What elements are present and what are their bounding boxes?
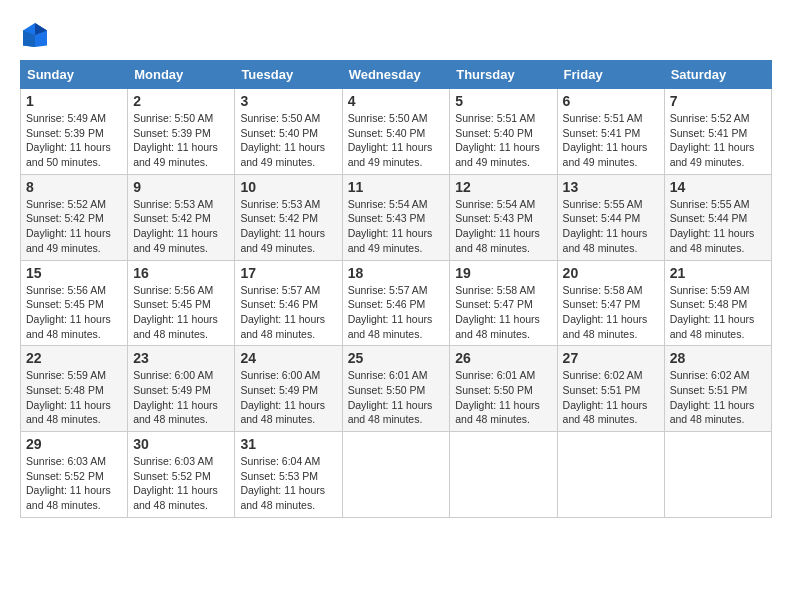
calendar-cell: 5Sunrise: 5:51 AM Sunset: 5:40 PM Daylig… <box>450 89 557 175</box>
day-info: Sunrise: 5:57 AM Sunset: 5:46 PM Dayligh… <box>348 283 445 342</box>
page-header <box>20 20 772 50</box>
calendar-cell: 17Sunrise: 5:57 AM Sunset: 5:46 PM Dayli… <box>235 260 342 346</box>
calendar-cell: 6Sunrise: 5:51 AM Sunset: 5:41 PM Daylig… <box>557 89 664 175</box>
calendar-cell: 29Sunrise: 6:03 AM Sunset: 5:52 PM Dayli… <box>21 432 128 518</box>
day-info: Sunrise: 5:53 AM Sunset: 5:42 PM Dayligh… <box>240 197 336 256</box>
day-info: Sunrise: 5:50 AM Sunset: 5:40 PM Dayligh… <box>348 111 445 170</box>
calendar-cell: 8Sunrise: 5:52 AM Sunset: 5:42 PM Daylig… <box>21 174 128 260</box>
calendar-cell: 31Sunrise: 6:04 AM Sunset: 5:53 PM Dayli… <box>235 432 342 518</box>
day-number: 19 <box>455 265 551 281</box>
day-info: Sunrise: 5:49 AM Sunset: 5:39 PM Dayligh… <box>26 111 122 170</box>
calendar-week-row: 29Sunrise: 6:03 AM Sunset: 5:52 PM Dayli… <box>21 432 772 518</box>
day-info: Sunrise: 6:04 AM Sunset: 5:53 PM Dayligh… <box>240 454 336 513</box>
day-number: 1 <box>26 93 122 109</box>
day-number: 27 <box>563 350 659 366</box>
day-number: 5 <box>455 93 551 109</box>
day-number: 21 <box>670 265 766 281</box>
calendar-cell: 14Sunrise: 5:55 AM Sunset: 5:44 PM Dayli… <box>664 174 771 260</box>
day-number: 9 <box>133 179 229 195</box>
day-info: Sunrise: 6:00 AM Sunset: 5:49 PM Dayligh… <box>133 368 229 427</box>
calendar-table: SundayMondayTuesdayWednesdayThursdayFrid… <box>20 60 772 518</box>
calendar-week-row: 1Sunrise: 5:49 AM Sunset: 5:39 PM Daylig… <box>21 89 772 175</box>
day-info: Sunrise: 6:01 AM Sunset: 5:50 PM Dayligh… <box>348 368 445 427</box>
calendar-week-row: 8Sunrise: 5:52 AM Sunset: 5:42 PM Daylig… <box>21 174 772 260</box>
day-info: Sunrise: 5:57 AM Sunset: 5:46 PM Dayligh… <box>240 283 336 342</box>
calendar-cell: 7Sunrise: 5:52 AM Sunset: 5:41 PM Daylig… <box>664 89 771 175</box>
calendar-cell <box>342 432 450 518</box>
day-info: Sunrise: 6:00 AM Sunset: 5:49 PM Dayligh… <box>240 368 336 427</box>
calendar-cell: 4Sunrise: 5:50 AM Sunset: 5:40 PM Daylig… <box>342 89 450 175</box>
day-info: Sunrise: 6:02 AM Sunset: 5:51 PM Dayligh… <box>670 368 766 427</box>
day-info: Sunrise: 5:56 AM Sunset: 5:45 PM Dayligh… <box>133 283 229 342</box>
logo <box>20 20 54 50</box>
calendar-cell: 19Sunrise: 5:58 AM Sunset: 5:47 PM Dayli… <box>450 260 557 346</box>
day-info: Sunrise: 5:55 AM Sunset: 5:44 PM Dayligh… <box>563 197 659 256</box>
day-number: 30 <box>133 436 229 452</box>
calendar-cell: 18Sunrise: 5:57 AM Sunset: 5:46 PM Dayli… <box>342 260 450 346</box>
day-info: Sunrise: 5:53 AM Sunset: 5:42 PM Dayligh… <box>133 197 229 256</box>
day-number: 17 <box>240 265 336 281</box>
day-number: 10 <box>240 179 336 195</box>
calendar-cell: 12Sunrise: 5:54 AM Sunset: 5:43 PM Dayli… <box>450 174 557 260</box>
calendar-cell <box>557 432 664 518</box>
day-number: 2 <box>133 93 229 109</box>
day-number: 29 <box>26 436 122 452</box>
day-number: 11 <box>348 179 445 195</box>
header-tuesday: Tuesday <box>235 61 342 89</box>
header-friday: Friday <box>557 61 664 89</box>
calendar-cell: 24Sunrise: 6:00 AM Sunset: 5:49 PM Dayli… <box>235 346 342 432</box>
calendar-cell: 11Sunrise: 5:54 AM Sunset: 5:43 PM Dayli… <box>342 174 450 260</box>
day-number: 13 <box>563 179 659 195</box>
day-number: 6 <box>563 93 659 109</box>
calendar-cell: 21Sunrise: 5:59 AM Sunset: 5:48 PM Dayli… <box>664 260 771 346</box>
calendar-cell: 28Sunrise: 6:02 AM Sunset: 5:51 PM Dayli… <box>664 346 771 432</box>
header-thursday: Thursday <box>450 61 557 89</box>
day-number: 22 <box>26 350 122 366</box>
day-info: Sunrise: 5:58 AM Sunset: 5:47 PM Dayligh… <box>455 283 551 342</box>
day-info: Sunrise: 5:51 AM Sunset: 5:41 PM Dayligh… <box>563 111 659 170</box>
calendar-cell: 30Sunrise: 6:03 AM Sunset: 5:52 PM Dayli… <box>128 432 235 518</box>
day-number: 4 <box>348 93 445 109</box>
day-number: 23 <box>133 350 229 366</box>
calendar-cell: 22Sunrise: 5:59 AM Sunset: 5:48 PM Dayli… <box>21 346 128 432</box>
day-info: Sunrise: 6:02 AM Sunset: 5:51 PM Dayligh… <box>563 368 659 427</box>
calendar-cell <box>664 432 771 518</box>
calendar-cell: 2Sunrise: 5:50 AM Sunset: 5:39 PM Daylig… <box>128 89 235 175</box>
day-info: Sunrise: 5:51 AM Sunset: 5:40 PM Dayligh… <box>455 111 551 170</box>
header-saturday: Saturday <box>664 61 771 89</box>
day-number: 16 <box>133 265 229 281</box>
calendar-week-row: 15Sunrise: 5:56 AM Sunset: 5:45 PM Dayli… <box>21 260 772 346</box>
calendar-week-row: 22Sunrise: 5:59 AM Sunset: 5:48 PM Dayli… <box>21 346 772 432</box>
day-number: 25 <box>348 350 445 366</box>
day-info: Sunrise: 5:54 AM Sunset: 5:43 PM Dayligh… <box>455 197 551 256</box>
calendar-cell: 1Sunrise: 5:49 AM Sunset: 5:39 PM Daylig… <box>21 89 128 175</box>
day-info: Sunrise: 6:03 AM Sunset: 5:52 PM Dayligh… <box>26 454 122 513</box>
day-info: Sunrise: 5:59 AM Sunset: 5:48 PM Dayligh… <box>26 368 122 427</box>
calendar-cell: 25Sunrise: 6:01 AM Sunset: 5:50 PM Dayli… <box>342 346 450 432</box>
day-info: Sunrise: 5:54 AM Sunset: 5:43 PM Dayligh… <box>348 197 445 256</box>
day-number: 8 <box>26 179 122 195</box>
calendar-cell: 3Sunrise: 5:50 AM Sunset: 5:40 PM Daylig… <box>235 89 342 175</box>
day-number: 14 <box>670 179 766 195</box>
day-info: Sunrise: 5:50 AM Sunset: 5:40 PM Dayligh… <box>240 111 336 170</box>
day-number: 28 <box>670 350 766 366</box>
day-info: Sunrise: 6:03 AM Sunset: 5:52 PM Dayligh… <box>133 454 229 513</box>
header-sunday: Sunday <box>21 61 128 89</box>
calendar-cell: 10Sunrise: 5:53 AM Sunset: 5:42 PM Dayli… <box>235 174 342 260</box>
calendar-cell: 23Sunrise: 6:00 AM Sunset: 5:49 PM Dayli… <box>128 346 235 432</box>
day-info: Sunrise: 5:55 AM Sunset: 5:44 PM Dayligh… <box>670 197 766 256</box>
day-number: 20 <box>563 265 659 281</box>
header-monday: Monday <box>128 61 235 89</box>
day-info: Sunrise: 6:01 AM Sunset: 5:50 PM Dayligh… <box>455 368 551 427</box>
day-number: 18 <box>348 265 445 281</box>
day-info: Sunrise: 5:52 AM Sunset: 5:42 PM Dayligh… <box>26 197 122 256</box>
calendar-cell <box>450 432 557 518</box>
day-number: 15 <box>26 265 122 281</box>
day-number: 12 <box>455 179 551 195</box>
day-info: Sunrise: 5:56 AM Sunset: 5:45 PM Dayligh… <box>26 283 122 342</box>
header-wednesday: Wednesday <box>342 61 450 89</box>
calendar-cell: 27Sunrise: 6:02 AM Sunset: 5:51 PM Dayli… <box>557 346 664 432</box>
calendar-cell: 20Sunrise: 5:58 AM Sunset: 5:47 PM Dayli… <box>557 260 664 346</box>
calendar-cell: 9Sunrise: 5:53 AM Sunset: 5:42 PM Daylig… <box>128 174 235 260</box>
day-number: 24 <box>240 350 336 366</box>
